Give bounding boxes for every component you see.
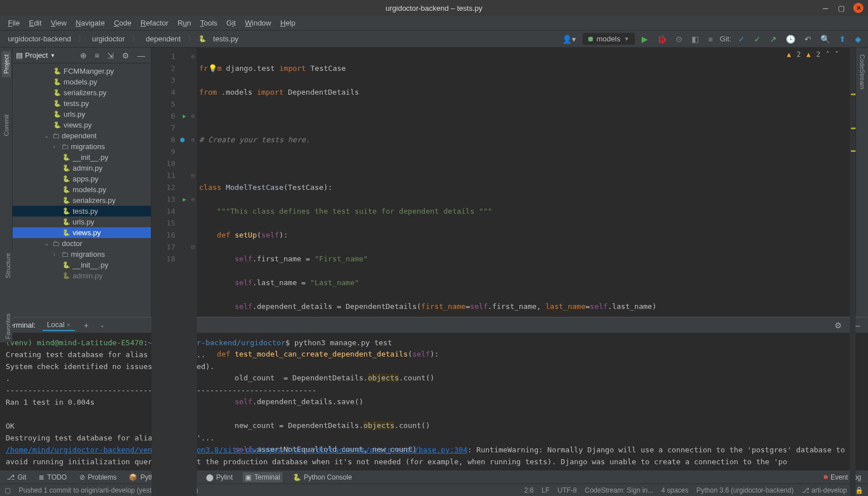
- locate-button[interactable]: ⊕: [78, 50, 89, 61]
- python-icon: 🐍: [62, 218, 70, 226]
- menu-view[interactable]: View: [47, 18, 70, 28]
- chevron-down-icon[interactable]: ⌄: [44, 240, 50, 247]
- project-view-icon: ▤: [16, 51, 23, 60]
- line-gutter: 123456789101112131415161718: [151, 48, 180, 496]
- error-stripe[interactable]: [850, 48, 856, 496]
- search-everywhere-button[interactable]: 🔍: [818, 33, 832, 45]
- new-terminal-button[interactable]: +: [82, 320, 91, 331]
- editor-inspections[interactable]: ▲2 ▲2 ˄ ˅: [787, 50, 838, 58]
- tree-file: 🐍views.py: [12, 120, 151, 130]
- ide-update-button[interactable]: ⬆: [837, 33, 848, 45]
- code-content[interactable]: fr💡m django.test import TestCase from .m…: [197, 48, 850, 496]
- python-icon: 🐍: [62, 207, 70, 215]
- menu-window[interactable]: Window: [242, 18, 275, 28]
- rail-project[interactable]: Project: [2, 51, 11, 77]
- chevron-right-icon: 〉: [78, 34, 85, 44]
- tree-file: 🐍__init__.py: [12, 260, 151, 270]
- coverage-button[interactable]: ⊙: [673, 33, 685, 45]
- debug-button[interactable]: 🐞: [655, 33, 669, 45]
- git-history-button[interactable]: 🕓: [783, 33, 798, 45]
- git-rollback-button[interactable]: ↶: [802, 33, 814, 45]
- crumb-2[interactable]: dependent: [142, 33, 184, 44]
- tree-file: 🐍FCMManger.py: [12, 66, 151, 77]
- tree-folder-migrations: ›🗀migrations: [12, 141, 151, 152]
- run-marker-icon[interactable]: ▶: [180, 193, 189, 205]
- editor-area: 🐍payment/urls.py× 🐍doctor/urls.py× 🐍doct…: [151, 48, 856, 317]
- codestream-button[interactable]: ◆: [853, 33, 863, 45]
- git-push-button[interactable]: ↗: [768, 33, 779, 45]
- menu-tools[interactable]: Tools: [197, 18, 221, 28]
- toolwin-problems[interactable]: ⊘Problems: [77, 472, 119, 482]
- profile-button[interactable]: ◧: [689, 33, 701, 45]
- tree-file: 🐍serializers.py: [12, 87, 151, 98]
- stop-button[interactable]: ■: [706, 33, 715, 45]
- python-icon: 🐍: [62, 164, 70, 172]
- lock-icon[interactable]: 🔒: [855, 486, 863, 494]
- chevron-right-icon: 〉: [188, 34, 195, 44]
- editor-body[interactable]: ▲2 ▲2 ˄ ˅ 123456789101112131415161718 ▶ …: [151, 48, 856, 496]
- close-button[interactable]: ✕: [853, 3, 863, 13]
- file-tree[interactable]: 🐍FCMManger.py 🐍models.py 🐍serializers.py…: [12, 63, 151, 317]
- menu-code[interactable]: Code: [111, 18, 135, 28]
- settings-icon[interactable]: ⚙: [120, 50, 132, 61]
- chevron-right-icon[interactable]: ›: [53, 143, 59, 150]
- minimize-button[interactable]: ─: [821, 4, 829, 12]
- hide-button[interactable]: —: [135, 50, 148, 61]
- run-config-name: models: [596, 35, 620, 43]
- breadcrumb: urgidoctor-backend 〉 urgidoctor 〉 depend…: [5, 33, 560, 44]
- run-marker-icon[interactable]: ▶: [180, 110, 189, 122]
- python-icon: 🐍: [62, 154, 70, 161]
- menu-edit[interactable]: Edit: [26, 18, 45, 28]
- terminal-dropdown[interactable]: ⌄: [98, 321, 107, 329]
- tree-file: 🐍apps.py: [12, 173, 151, 184]
- menu-git[interactable]: Git: [223, 18, 239, 28]
- run-config-selector[interactable]: models ▼: [583, 33, 635, 45]
- run-button[interactable]: ▶: [639, 33, 650, 45]
- menu-help[interactable]: Help: [277, 18, 299, 28]
- tree-file: 🐍tests.py: [12, 98, 151, 109]
- project-title[interactable]: ▤ Project ▼: [16, 51, 74, 60]
- folder-icon: 🗀: [61, 250, 69, 258]
- collapse-all-button[interactable]: ⇲: [105, 50, 116, 61]
- git-update-button[interactable]: ✓: [736, 33, 747, 45]
- expand-all-button[interactable]: ≡: [92, 50, 102, 61]
- folder-icon: 🗀: [52, 132, 60, 140]
- tree-file-views: 🐍views.py: [12, 227, 151, 238]
- rail-commit[interactable]: Commit: [2, 111, 11, 139]
- python-icon: 🐍: [53, 100, 61, 107]
- crumb-file[interactable]: tests.py: [210, 33, 242, 44]
- tree-file: 🐍urls.py: [12, 109, 151, 120]
- rail-codestream[interactable]: CodeStream: [858, 51, 867, 93]
- project-panel: ▤ Project ▼ ⊕ ≡ ⇲ ⚙ — 🐍FCMManger.py 🐍mod…: [12, 48, 151, 317]
- toolwindow-toggle-icon[interactable]: ▢: [5, 486, 11, 494]
- rail-structure[interactable]: Structure: [0, 249, 12, 282]
- toolwin-git[interactable]: ⎇Git: [5, 472, 28, 482]
- toolwin-todo[interactable]: ≣TODO: [36, 472, 69, 482]
- tree-file: 🐍admin.py: [12, 270, 151, 281]
- rail-favorites[interactable]: Favorites: [0, 310, 12, 342]
- maximize-button[interactable]: ▢: [837, 4, 845, 12]
- python-icon: 🐍: [53, 78, 61, 86]
- user-icon[interactable]: 👤▾: [560, 33, 578, 45]
- python-icon: 🐍: [53, 111, 61, 118]
- terminal-tab[interactable]: Local ×: [43, 319, 75, 331]
- tree-file: 🐍admin.py: [12, 163, 151, 173]
- crumb-1[interactable]: urgidoctor: [89, 33, 128, 44]
- tree-folder-migrations: ›🗀migrations: [12, 249, 151, 260]
- menu-navigate[interactable]: Navigate: [72, 18, 108, 28]
- git-commit-button[interactable]: ✓: [752, 33, 763, 45]
- close-icon[interactable]: ×: [66, 321, 70, 328]
- python-icon: 🐍: [62, 175, 70, 183]
- chevron-up-icon[interactable]: ˄: [826, 50, 829, 58]
- python-icon: 🐍: [62, 272, 70, 279]
- chevron-down-icon[interactable]: ⌄: [44, 133, 50, 139]
- tree-file: 🐍urls.py: [12, 217, 151, 227]
- chevron-right-icon[interactable]: ›: [53, 251, 59, 257]
- python-icon: 🐍: [53, 89, 61, 96]
- menu-refactor[interactable]: Refactor: [137, 18, 172, 28]
- crumb-root[interactable]: urgidoctor-backend: [5, 33, 74, 44]
- menu-run[interactable]: Run: [174, 18, 195, 28]
- chevron-down-icon[interactable]: ˅: [835, 50, 838, 58]
- menu-file[interactable]: File: [5, 18, 23, 28]
- warning-icon: ▲: [807, 50, 811, 58]
